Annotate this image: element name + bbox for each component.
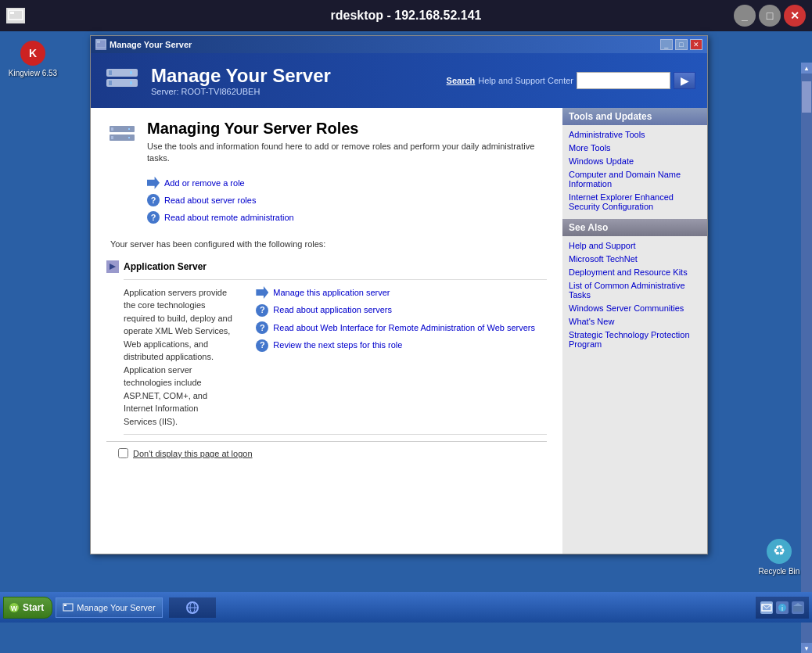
admin-tools-link[interactable]: Administrative Tools bbox=[569, 130, 701, 139]
quick-links: Add or remove a role ? Read about server… bbox=[147, 177, 547, 224]
search-input[interactable] bbox=[577, 72, 670, 89]
svg-rect-1 bbox=[10, 12, 14, 14]
question-icon-app: ? bbox=[256, 304, 268, 317]
svg-marker-20 bbox=[110, 264, 116, 270]
recycle-bin-graphic: ♻ bbox=[765, 537, 793, 565]
start-button[interactable]: W Start bbox=[3, 597, 52, 619]
tray-icon-2: i bbox=[776, 601, 789, 614]
svg-rect-11 bbox=[109, 81, 112, 85]
search-sublabel: Help and Support Center bbox=[478, 76, 573, 85]
help-support-link[interactable]: Help and Support bbox=[569, 241, 701, 250]
expand-icon-app-server[interactable] bbox=[106, 260, 119, 273]
app-server-header: Application Server bbox=[106, 260, 547, 273]
window-icon bbox=[95, 39, 106, 50]
content-area: Managing Your Server Roles Use the tools… bbox=[91, 108, 707, 554]
minimize-button[interactable]: _ bbox=[734, 5, 756, 27]
scroll-up-arrow[interactable]: ▲ bbox=[801, 63, 812, 74]
ws-communities-link[interactable]: Windows Server Communities bbox=[569, 303, 701, 313]
svg-text:♻: ♻ bbox=[773, 543, 785, 558]
scroll-down-arrow[interactable]: ▼ bbox=[801, 643, 812, 653]
svg-text:W: W bbox=[11, 605, 18, 612]
recycle-bin-icon[interactable]: ♻ Recycle Bin bbox=[754, 537, 804, 576]
roles-title: Managing Your Server Roles bbox=[147, 120, 547, 138]
title-bar: rdesktop - 192.168.52.141 _ □ ✕ bbox=[0, 0, 812, 31]
manage-server-taskbar-item[interactable]: Manage Your Server bbox=[56, 597, 162, 618]
search-go-button[interactable]: ▶ bbox=[674, 72, 695, 89]
admin-tasks-link[interactable]: List of Common Administrative Tasks bbox=[569, 281, 701, 300]
tools-updates-links: Administrative Tools More Tools Windows … bbox=[562, 125, 707, 216]
application-server-section: Application Server Application servers p… bbox=[106, 260, 547, 436]
strategic-link[interactable]: Strategic Technology Protection Program bbox=[569, 330, 701, 349]
review-steps-link[interactable]: ? Review the next steps for this role bbox=[256, 339, 535, 352]
window-footer: Don't display this page at logon bbox=[106, 441, 547, 465]
app-server-title: Application Server bbox=[124, 261, 207, 272]
mys-main-title: Manage Your Server bbox=[151, 65, 331, 87]
mys-header: Manage Your Server Server: ROOT-TVI862UB… bbox=[91, 53, 707, 108]
roles-header: Managing Your Server Roles Use the tools… bbox=[106, 120, 547, 165]
mys-titles: Manage Your Server Server: ROOT-TVI862UB… bbox=[151, 65, 331, 96]
configured-roles-text: Your server has been configured with the… bbox=[106, 239, 547, 249]
manage-app-server-link[interactable]: Manage this application server bbox=[256, 286, 535, 300]
question-icon-roles: ? bbox=[147, 194, 160, 206]
arrow-icon-add bbox=[147, 177, 160, 189]
recycle-bin-label: Recycle Bin bbox=[759, 567, 800, 576]
svg-rect-12 bbox=[130, 71, 132, 74]
kingview-icon: K bbox=[19, 39, 47, 67]
taskbar: W Start Manage Your Server bbox=[0, 592, 812, 623]
add-role-link[interactable]: Add or remove a role bbox=[147, 177, 547, 189]
ie-security-link[interactable]: Internet Explorer Enhanced Security Conf… bbox=[569, 192, 701, 211]
read-web-interface-link[interactable]: ? Read about Web Interface for Remote Ad… bbox=[256, 321, 535, 335]
search-label: Search bbox=[447, 76, 476, 85]
roles-icon bbox=[106, 120, 138, 151]
desktop-icon-kingview[interactable]: K Kingview 6.53 bbox=[8, 39, 58, 77]
see-also-header: See Also bbox=[562, 219, 707, 236]
win-close-button[interactable]: ✕ bbox=[690, 39, 702, 50]
dont-display-label[interactable]: Don't display this page at logon bbox=[133, 449, 253, 458]
win-maximize-button[interactable]: □ bbox=[675, 39, 688, 50]
app-server-desc-text: Application servers provide the core tec… bbox=[124, 286, 232, 429]
windows-update-link[interactable]: Windows Update bbox=[569, 156, 701, 166]
svg-rect-24 bbox=[64, 605, 66, 606]
roles-desc: Use the tools and information found here… bbox=[147, 141, 547, 165]
svg-rect-31 bbox=[793, 606, 803, 612]
svg-rect-19 bbox=[128, 137, 130, 138]
win-minimize-button[interactable]: _ bbox=[660, 39, 673, 50]
dont-display-checkbox[interactable] bbox=[118, 448, 128, 458]
svg-text:K: K bbox=[29, 47, 37, 59]
read-roles-link[interactable]: ? Read about server roles bbox=[147, 194, 547, 206]
svg-rect-0 bbox=[9, 10, 23, 20]
scroll-thumb[interactable] bbox=[802, 81, 811, 113]
desktop-scrollbar: ▲ ▼ bbox=[801, 63, 812, 653]
question-icon-web: ? bbox=[256, 321, 268, 334]
svg-rect-17 bbox=[111, 136, 113, 139]
ie-icon bbox=[185, 601, 199, 615]
read-remote-link[interactable]: ? Read about remote administration bbox=[147, 211, 547, 224]
close-button[interactable]: ✕ bbox=[784, 5, 806, 27]
domain-name-link[interactable]: Computer and Domain Name Information bbox=[569, 170, 701, 188]
mys-server-name: Server: ROOT-TVI862UBEH bbox=[151, 87, 331, 96]
kingview-label: Kingview 6.53 bbox=[9, 69, 57, 77]
maximize-button[interactable]: □ bbox=[759, 5, 781, 27]
ie-taskbar-button[interactable] bbox=[169, 597, 216, 618]
svg-rect-7 bbox=[97, 41, 100, 43]
main-panel: Managing Your Server Roles Use the tools… bbox=[91, 108, 562, 554]
window-title-text: Manage Your Server bbox=[110, 40, 192, 49]
ms-technet-link[interactable]: Microsoft TechNet bbox=[569, 254, 701, 264]
right-panel: Tools and Updates Administrative Tools M… bbox=[562, 108, 707, 554]
svg-rect-16 bbox=[111, 127, 113, 131]
mys-header-left: Manage Your Server Server: ROOT-TVI862UB… bbox=[102, 61, 331, 100]
taskbar-tray: i bbox=[756, 597, 809, 619]
roles-title-area: Managing Your Server Roles Use the tools… bbox=[147, 120, 547, 165]
whats-new-link[interactable]: What's New bbox=[569, 317, 701, 326]
window-title-bar: Manage Your Server _ □ ✕ bbox=[91, 36, 707, 53]
arrow-icon-manage bbox=[256, 286, 268, 299]
search-area: Search Help and Support Center ▶ bbox=[447, 72, 695, 89]
deployment-link[interactable]: Deployment and Resource Kits bbox=[569, 267, 701, 277]
window-controls: _ □ ✕ bbox=[734, 5, 806, 27]
window-title-left: Manage Your Server bbox=[95, 39, 192, 50]
app-server-description-area: Application servers provide the core tec… bbox=[124, 279, 547, 436]
see-also-links: Help and Support Microsoft TechNet Deplo… bbox=[562, 236, 707, 353]
read-app-servers-link[interactable]: ? Read about application servers bbox=[256, 303, 535, 317]
svg-rect-18 bbox=[128, 128, 130, 130]
more-tools-link[interactable]: More Tools bbox=[569, 143, 701, 152]
